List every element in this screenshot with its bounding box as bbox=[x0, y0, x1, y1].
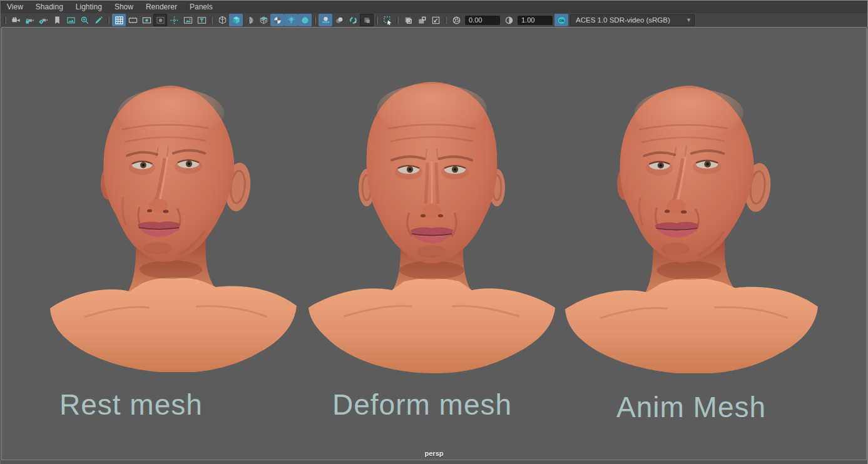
grease-pencil-button[interactable] bbox=[91, 14, 105, 26]
select-camera-button[interactable] bbox=[9, 14, 23, 26]
menu-panels[interactable]: Panels bbox=[190, 3, 213, 11]
image-plane-button[interactable] bbox=[64, 14, 78, 26]
use-default-material-button[interactable] bbox=[270, 14, 284, 26]
resolution-gate-icon bbox=[142, 16, 151, 25]
layered-squares-icon bbox=[404, 16, 413, 25]
field-chart-icon bbox=[170, 16, 179, 25]
camera-name-label: persp bbox=[2, 450, 866, 457]
grid-icon bbox=[115, 16, 124, 25]
toolbar-separator bbox=[4, 16, 6, 24]
view-transform-on-icon: ON bbox=[557, 16, 566, 25]
menu-lighting[interactable]: Lighting bbox=[76, 3, 102, 11]
panel-menubar: View Shading Lighting Show Renderer Pane… bbox=[1, 1, 867, 13]
camera-gear-icon bbox=[39, 16, 48, 25]
gate-mask-icon bbox=[156, 16, 165, 25]
camera-lock-icon bbox=[25, 16, 34, 25]
toolbar-separator bbox=[445, 16, 447, 24]
wireframe-button[interactable] bbox=[215, 14, 229, 26]
safe-action-icon bbox=[183, 16, 193, 25]
gamma-input[interactable]: 1.00 bbox=[518, 16, 553, 25]
shaded-cube-icon bbox=[232, 16, 241, 25]
lighting-button[interactable] bbox=[284, 14, 298, 26]
gamma-button[interactable] bbox=[502, 14, 516, 26]
wireframe-cube-icon bbox=[218, 16, 227, 25]
isolate-select-button[interactable] bbox=[380, 14, 394, 26]
anti-aliasing-icon bbox=[349, 16, 358, 25]
anti-aliasing-button[interactable] bbox=[346, 14, 360, 26]
textured-cube-icon bbox=[259, 16, 268, 25]
rest-mesh-model[interactable] bbox=[48, 84, 299, 372]
overlap-squares-icon bbox=[417, 16, 427, 25]
viewport[interactable]: Rest mesh Deform mesh Anim Mesh persp bbox=[1, 27, 867, 460]
color-space-label: ACES 1.0 SDR-video (sRGB) bbox=[576, 16, 677, 24]
menu-show[interactable]: Show bbox=[115, 3, 133, 11]
menu-shading[interactable]: Shading bbox=[36, 3, 63, 11]
ambient-occlusion-icon bbox=[321, 16, 330, 25]
diagonal-arrow-icon bbox=[431, 16, 441, 25]
film-gate-icon bbox=[128, 16, 138, 25]
pencil-icon bbox=[94, 16, 103, 25]
motion-blur-icon bbox=[335, 16, 344, 25]
menu-view[interactable]: View bbox=[7, 3, 23, 11]
rest-mesh-label: Rest mesh bbox=[59, 388, 203, 421]
restore-pane-button[interactable] bbox=[429, 14, 442, 26]
multisample-icon bbox=[362, 16, 372, 25]
anim-mesh-label: Anim Mesh bbox=[616, 390, 766, 424]
deform-mesh-label: Deform mesh bbox=[332, 388, 512, 421]
camera-icon bbox=[11, 16, 21, 25]
view-transform-toggle[interactable]: ON bbox=[554, 14, 568, 26]
safe-title-button[interactable] bbox=[195, 14, 208, 26]
exposure-aperture-icon bbox=[452, 16, 461, 25]
color-space-dropdown[interactable]: ACES 1.0 SDR-video (sRGB) ▼ bbox=[570, 14, 695, 26]
bookmark-icon bbox=[53, 16, 62, 25]
pan-zoom-icon bbox=[80, 16, 89, 25]
exposure-button[interactable] bbox=[449, 14, 463, 26]
resolution-gate-button[interactable] bbox=[140, 14, 153, 26]
toolbar-separator bbox=[108, 16, 110, 24]
field-chart-button[interactable] bbox=[167, 14, 181, 26]
lock-camera-button[interactable] bbox=[23, 14, 36, 26]
ssao-button[interactable] bbox=[319, 14, 332, 26]
multisampling-button[interactable] bbox=[360, 14, 374, 26]
wireframe-on-shaded-button[interactable] bbox=[243, 14, 257, 26]
toolbar-separator bbox=[376, 16, 378, 24]
panel-toolbar: 0.00 1.00 ON ACES 1.0 SDR-video (sRGB) ▼ bbox=[1, 13, 867, 28]
toolbar-separator bbox=[211, 16, 213, 24]
toolbar-separator bbox=[314, 16, 316, 24]
toolbar-separator bbox=[397, 16, 399, 24]
wireframe-on-shaded-icon bbox=[245, 16, 255, 25]
smooth-shade-all-button[interactable] bbox=[229, 14, 243, 26]
shadows-button[interactable] bbox=[298, 14, 312, 26]
camera-attributes-button[interactable] bbox=[36, 14, 50, 26]
grid-button[interactable] bbox=[112, 14, 126, 26]
isolate-select-icon bbox=[383, 16, 392, 25]
anim-mesh-model[interactable] bbox=[563, 84, 820, 373]
shadow-sphere-icon bbox=[300, 16, 310, 25]
deform-mesh-model[interactable] bbox=[307, 81, 557, 375]
bookmarks-button[interactable] bbox=[50, 14, 64, 26]
layered-panes-button[interactable] bbox=[401, 14, 415, 26]
exposure-input[interactable]: 0.00 bbox=[465, 16, 500, 25]
safe-action-button[interactable] bbox=[181, 14, 195, 26]
overlap-panes-button[interactable] bbox=[415, 14, 429, 26]
checker-sphere-icon bbox=[273, 16, 282, 25]
image-plane-icon bbox=[66, 16, 76, 25]
motion-blur-button[interactable] bbox=[332, 14, 346, 26]
menu-renderer[interactable]: Renderer bbox=[146, 3, 177, 11]
maya-viewport-window: View Shading Lighting Show Renderer Pane… bbox=[0, 0, 868, 464]
svg-text:ON: ON bbox=[559, 18, 564, 22]
gate-mask-button[interactable] bbox=[153, 14, 167, 26]
film-gate-button[interactable] bbox=[126, 14, 140, 26]
light-bulb-icon bbox=[287, 16, 296, 25]
pan-zoom-2d-button[interactable] bbox=[78, 14, 91, 26]
safe-title-icon bbox=[197, 16, 207, 25]
gamma-contrast-icon bbox=[504, 16, 514, 25]
textured-button[interactable] bbox=[257, 14, 270, 26]
chevron-down-icon: ▼ bbox=[686, 17, 692, 23]
